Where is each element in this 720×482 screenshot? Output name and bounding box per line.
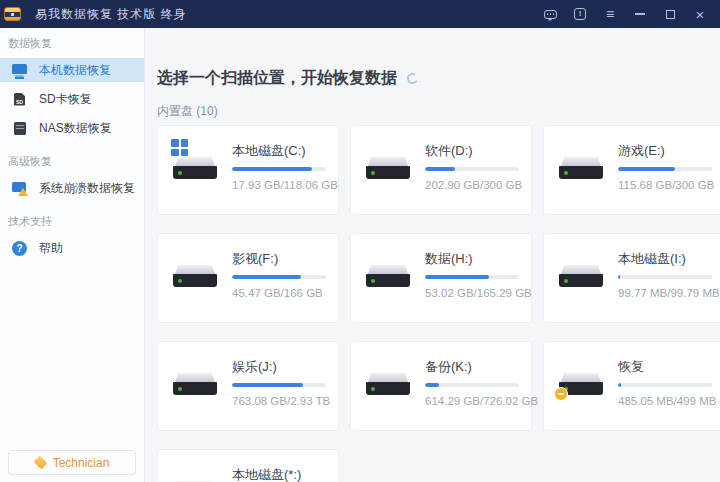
drive-name: 影视(F:): [232, 250, 326, 268]
page-title: 选择一个扫描位置，开始恢复数据: [157, 68, 397, 89]
usage-bar: [425, 275, 519, 279]
minimize-button[interactable]: [628, 4, 652, 24]
usage-bar: [232, 275, 326, 279]
drive-capacity: 53.02 GB/165.29 GB: [425, 287, 519, 299]
app-logo-icon: [4, 7, 21, 21]
sidebar-section-advanced-recovery: 高级恢复: [8, 154, 144, 169]
drive-name: 备份(K:): [425, 358, 519, 376]
sidebar-item-label: 本机数据恢复: [39, 62, 111, 79]
drive-card-h[interactable]: 数据(H:) 53.02 GB/165.29 GB: [350, 233, 532, 323]
drive-icon: [171, 141, 221, 185]
drive-card-recovery[interactable]: 恢复 485.05 MB/499 MB: [543, 341, 720, 431]
drive-name: 本地磁盘(I:): [618, 250, 712, 268]
close-button[interactable]: ×: [688, 4, 712, 24]
drive-icon: [171, 357, 221, 401]
sd-card-icon: [11, 91, 28, 108]
drive-icon: [171, 249, 221, 293]
help-question-icon: [11, 240, 28, 257]
main-content: 选择一个扫描位置，开始恢复数据 内置盘 (10) 本地磁盘(C:) 17.93 …: [145, 28, 720, 482]
drive-name: 娱乐(J:): [232, 358, 326, 376]
app-title: 易我数据恢复 技术版 终身: [35, 6, 187, 23]
windows-logo-icon: [171, 139, 188, 156]
chat-support-button[interactable]: [538, 4, 562, 24]
drive-card-no-letter[interactable]: 本地磁盘(*:) 81.28 MB/591 MB: [157, 449, 339, 482]
drive-icon: [557, 357, 607, 401]
sidebar: 数据恢复 本机数据恢复 SD卡恢复 NAS数据恢复 高级恢复 系统崩溃数据恢复 …: [0, 28, 145, 482]
drive-card-c[interactable]: 本地磁盘(C:) 17.93 GB/118.06 GB: [157, 125, 339, 215]
sidebar-item-sd-card-recovery[interactable]: SD卡恢复: [0, 87, 144, 111]
sidebar-item-nas-recovery[interactable]: NAS数据恢复: [0, 116, 144, 140]
internal-disks-label: 内置盘 (10): [157, 103, 218, 120]
sidebar-item-label: 帮助: [39, 240, 63, 257]
drive-card-i[interactable]: 本地磁盘(I:) 99.77 MB/99.79 MB: [543, 233, 720, 323]
sidebar-item-label: 系统崩溃数据恢复: [39, 180, 135, 197]
usage-bar: [618, 167, 712, 171]
maximize-icon: [666, 10, 675, 19]
sidebar-section-data-recovery: 数据恢复: [8, 36, 144, 51]
maximize-button[interactable]: [658, 4, 682, 24]
drive-icon: [557, 141, 607, 185]
no-drive-letter-badge-icon: [554, 387, 568, 401]
drive-name: 恢复: [618, 358, 712, 376]
gold-gem-icon: [33, 455, 47, 469]
drive-capacity: 614.29 GB/726.02 GB: [425, 395, 519, 407]
drive-capacity: 115.68 GB/300 GB: [618, 179, 712, 191]
usage-bar: [425, 167, 519, 171]
sidebar-section-tech-support: 技术支持: [8, 214, 144, 229]
drive-icon: [171, 465, 221, 482]
nas-server-icon: [11, 120, 28, 137]
drive-card-j[interactable]: 娱乐(J:) 763.08 GB/2.93 TB: [157, 341, 339, 431]
usage-bar: [232, 167, 326, 171]
close-icon: ×: [696, 7, 705, 22]
drive-icon: [364, 141, 414, 185]
menu-button[interactable]: ≡: [598, 4, 622, 24]
drive-icon: [364, 249, 414, 293]
chat-icon: [544, 10, 557, 19]
drive-capacity: 45.47 GB/166 GB: [232, 287, 326, 299]
drive-capacity: 17.93 GB/118.06 GB: [232, 179, 326, 191]
sidebar-item-label: SD卡恢复: [39, 91, 92, 108]
refresh-icon[interactable]: [406, 72, 419, 85]
usage-bar: [618, 383, 712, 387]
license-label: Technician: [53, 456, 110, 470]
usage-bar: [232, 383, 326, 387]
feedback-button[interactable]: !: [568, 4, 592, 24]
feedback-icon: !: [574, 8, 586, 20]
drive-name: 数据(H:): [425, 250, 519, 268]
drive-name: 本地磁盘(C:): [232, 142, 326, 160]
drive-card-d[interactable]: 软件(D:) 202.90 GB/300 GB: [350, 125, 532, 215]
sidebar-item-crashed-system-recovery[interactable]: 系统崩溃数据恢复: [0, 176, 144, 200]
drive-capacity: 485.05 MB/499 MB: [618, 395, 712, 407]
drive-name: 本地磁盘(*:): [232, 466, 326, 482]
usage-bar: [425, 383, 519, 387]
technician-license-button[interactable]: Technician: [8, 450, 136, 475]
drive-name: 游戏(E:): [618, 142, 712, 160]
drive-icon: [557, 249, 607, 293]
minimize-icon: [635, 13, 645, 15]
drive-capacity: 202.90 GB/300 GB: [425, 179, 519, 191]
drive-capacity: 99.77 MB/99.79 MB: [618, 287, 712, 299]
menu-icon: ≡: [606, 7, 614, 21]
sidebar-item-label: NAS数据恢复: [39, 120, 112, 137]
sidebar-item-help[interactable]: 帮助: [0, 236, 144, 260]
drive-card-f[interactable]: 影视(F:) 45.47 GB/166 GB: [157, 233, 339, 323]
drive-capacity: 763.08 GB/2.93 TB: [232, 395, 326, 407]
drive-card-k[interactable]: 备份(K:) 614.29 GB/726.02 GB: [350, 341, 532, 431]
drive-icon: [364, 357, 414, 401]
usage-bar: [618, 275, 712, 279]
sidebar-item-local-recovery[interactable]: 本机数据恢复: [0, 58, 144, 82]
crashed-system-icon: [11, 180, 28, 197]
monitor-icon: [11, 62, 28, 79]
drive-card-e[interactable]: 游戏(E:) 115.68 GB/300 GB: [543, 125, 720, 215]
drive-name: 软件(D:): [425, 142, 519, 160]
titlebar: 易我数据恢复 技术版 终身 ! ≡ ×: [0, 0, 720, 28]
drive-card-grid: 本地磁盘(C:) 17.93 GB/118.06 GB 软件(D:) 202.9…: [157, 125, 720, 482]
